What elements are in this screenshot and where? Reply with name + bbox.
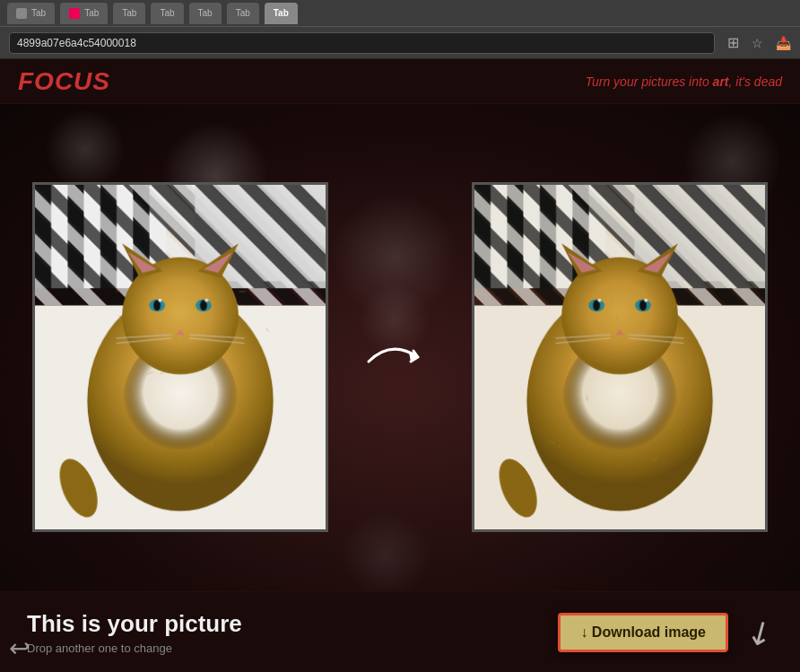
translate-icon[interactable]: ⊞ <box>727 34 739 51</box>
browser-chrome: Tab Tab Tab Tab Tab Tab Tab <box>0 0 800 27</box>
address-bar[interactable]: 4899a07e6a4c54000018 <box>9 32 715 54</box>
tab-favicon-1 <box>16 8 27 19</box>
tab-label-4: Tab <box>160 8 174 18</box>
browser-tab-7[interactable]: Tab <box>265 3 298 24</box>
browser-tab-2[interactable]: Tab <box>60 3 108 24</box>
tab-label-3: Tab <box>122 8 136 18</box>
logo-prefix: F <box>18 67 34 95</box>
app-header: FOCUS Turn your pictures into art, it's … <box>0 59 800 104</box>
tab-label-6: Tab <box>236 8 250 18</box>
tab-label-2: Tab <box>84 8 99 18</box>
main-content: This is your picture Drop another one to… <box>0 104 800 672</box>
address-text: 4899a07e6a4c54000018 <box>17 37 136 49</box>
tab-label-5: Tab <box>198 8 213 18</box>
bottom-bar: This is your picture Drop another one to… <box>0 591 800 672</box>
pocket-icon[interactable]: 📥 <box>776 36 791 50</box>
processed-image-panel <box>472 182 768 532</box>
arrow-indicator-icon: ↙ <box>739 609 781 655</box>
arrow-container <box>328 335 472 380</box>
browser-tab-6[interactable]: Tab <box>227 3 259 24</box>
tagline-suffix: , it's dead <box>729 74 783 89</box>
scroll-left-icon: ↩ <box>9 633 30 663</box>
original-image-panel <box>32 182 328 532</box>
address-bar-row: 4899a07e6a4c54000018 ⊞ ☆ 📥 <box>0 27 800 59</box>
tagline-prefix: Turn your pictures into <box>585 74 712 89</box>
picture-subtitle: Drop another one to change <box>27 641 242 655</box>
download-image-button[interactable]: ↓ Download image <box>558 613 728 652</box>
tab-label-7: Tab <box>274 8 289 18</box>
original-image-canvas <box>35 185 326 529</box>
processed-image-canvas <box>474 185 765 529</box>
tab-favicon-2 <box>69 8 80 19</box>
app-logo: FOCUS <box>18 67 110 96</box>
tab-label-1: Tab <box>31 8 46 18</box>
tagline-art: art <box>713 74 729 89</box>
bottom-right: ↓ Download image ↙ <box>558 613 773 652</box>
app-tagline: Turn your pictures into art, it's dead <box>585 74 782 89</box>
bottom-left: This is your picture Drop another one to… <box>27 610 242 655</box>
transform-arrow-icon <box>364 335 436 380</box>
browser-tab-4[interactable]: Tab <box>151 3 183 24</box>
bookmark-icon[interactable]: ☆ <box>752 36 763 50</box>
browser-tab-3[interactable]: Tab <box>113 3 145 24</box>
browser-tab-5[interactable]: Tab <box>189 3 222 24</box>
images-area <box>0 104 800 591</box>
browser-tab-1[interactable]: Tab <box>7 3 55 24</box>
picture-title: This is your picture <box>27 610 242 638</box>
